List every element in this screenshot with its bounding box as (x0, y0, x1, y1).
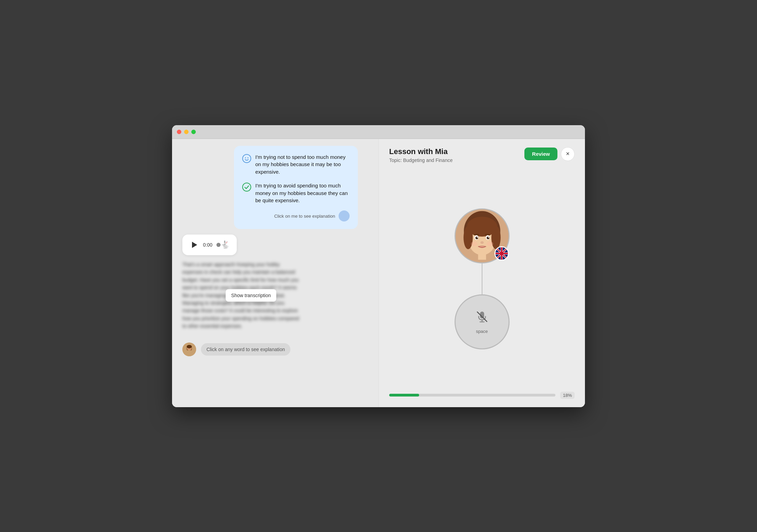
progress-label: 18% (560, 392, 575, 399)
smiley-icon (242, 154, 251, 163)
lesson-actions: Review × (524, 147, 575, 161)
uk-flag-svg (495, 246, 508, 261)
audio-time: 0:00 (203, 242, 212, 248)
space-hint: space (476, 329, 488, 334)
lesson-title: Lesson with Mia (389, 147, 452, 156)
mc-option-1[interactable]: I'm trying not to spend too much money o… (242, 153, 350, 176)
svg-point-20 (488, 237, 489, 238)
lesson-info: Lesson with Mia Topic: Budgeting and Fin… (389, 147, 452, 163)
audio-bubble: 0:00 🐇 (182, 235, 237, 255)
progress-fill (389, 394, 419, 397)
play-button[interactable] (189, 240, 199, 250)
mic-avatar-circle[interactable]: space (455, 294, 510, 349)
uk-flag-badge (494, 246, 509, 261)
progress-section: 18% (389, 392, 575, 399)
svg-point-23 (471, 241, 477, 246)
right-panel: Lesson with Mia Topic: Budgeting and Fin… (378, 139, 585, 407)
audio-speed-icon[interactable]: 🐇 (221, 240, 230, 249)
muted-mic-svg (476, 310, 489, 323)
audio-controls: 0:00 🐇 (189, 240, 230, 250)
svg-point-1 (245, 157, 246, 158)
show-transcription-tooltip[interactable]: Show transcription (226, 289, 276, 302)
svg-point-14 (491, 226, 500, 249)
explanation-link[interactable]: Click on me to see explanation (274, 214, 335, 219)
mc-option-1-text: I'm trying not to spend too much money o… (255, 153, 350, 176)
lesson-topic: Topic: Budgeting and Finance (389, 158, 452, 163)
svg-point-18 (487, 237, 489, 239)
svg-point-0 (243, 154, 251, 163)
chat-area: I'm trying not to spend too much money o… (182, 146, 372, 360)
svg-point-19 (477, 237, 478, 238)
svg-point-2 (247, 157, 248, 158)
review-button[interactable]: Review (524, 148, 557, 160)
click-explanation: Click on me to see explanation (242, 210, 350, 221)
user-avatar (182, 343, 196, 356)
connector-line (482, 263, 482, 294)
close-button[interactable]: × (561, 147, 575, 161)
app-window: I'm trying not to spend too much money o… (172, 125, 585, 407)
audio-progress-thumb (216, 243, 221, 247)
click-word-bar: Click on any word to see explanation (182, 343, 372, 360)
mc-option-2[interactable]: I'm trying to avoid spending too much mo… (242, 182, 350, 204)
svg-point-17 (475, 237, 478, 239)
minimize-traffic-light[interactable] (184, 130, 189, 134)
svg-rect-22 (478, 253, 486, 260)
teacher-avatar-wrapper (455, 208, 510, 263)
play-icon (192, 242, 197, 248)
left-panel: I'm trying not to spend too much money o… (172, 139, 378, 407)
titlebar (172, 125, 585, 139)
window-body: I'm trying not to spend too much money o… (172, 139, 585, 407)
click-word-text: Click on any word to see explanation (201, 343, 290, 356)
svg-point-24 (487, 241, 493, 246)
svg-point-3 (243, 183, 251, 191)
close-traffic-light[interactable] (177, 130, 181, 134)
muted-mic-icon (476, 310, 489, 326)
explanation-circle-btn[interactable] (339, 210, 350, 221)
svg-point-13 (463, 226, 473, 249)
fullscreen-traffic-light[interactable] (191, 130, 196, 134)
svg-point-8 (185, 350, 193, 356)
lesson-header: Lesson with Mia Topic: Budgeting and Fin… (389, 147, 575, 163)
svg-point-21 (480, 241, 484, 244)
svg-point-7 (187, 345, 192, 348)
user-avatar-svg (182, 343, 196, 356)
traffic-lights (177, 130, 196, 134)
multiple-choice-bubble: I'm trying not to spend too much money o… (234, 146, 358, 229)
avatar-section: space (389, 173, 575, 385)
check-circle-icon (242, 183, 251, 192)
mc-option-2-text: I'm trying to avoid spending too much mo… (255, 182, 350, 204)
progress-track (389, 394, 555, 397)
ai-message-container: That's a smart approach! Keeping your ho… (182, 261, 299, 330)
